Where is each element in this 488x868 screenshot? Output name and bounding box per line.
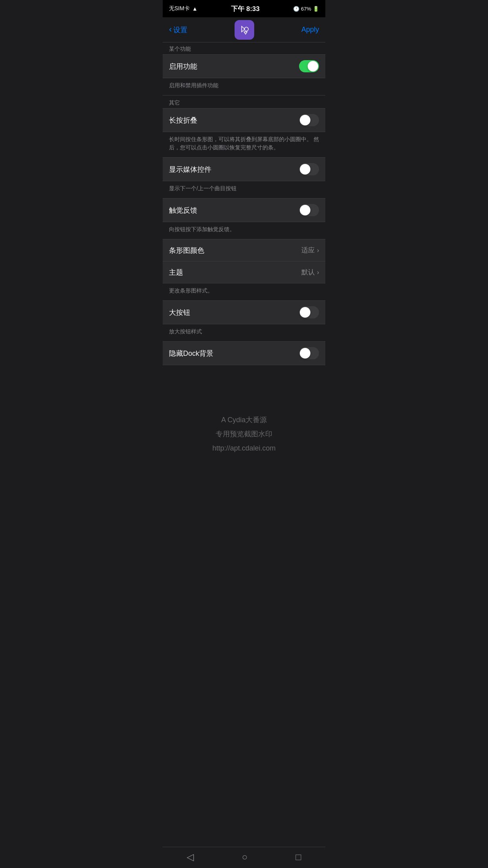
haptic-feedback-row: 触觉反馈 <box>163 199 325 222</box>
status-bar: 无SIM卡 ▲ 下午 8:33 🕐 67% 🔋 <box>163 0 325 17</box>
app-icon <box>235 20 254 40</box>
enable-feature-desc-text: 启用和禁用插件功能 <box>169 82 218 88</box>
show-media-controls-description: 显示下一个/上一个曲目按钮 <box>163 181 325 199</box>
hide-dock-bg-toggle[interactable] <box>299 347 319 359</box>
bar-color-label: 条形图颜色 <box>169 246 204 255</box>
long-press-fold-toggle[interactable] <box>299 114 319 126</box>
svg-marker-2 <box>244 32 247 34</box>
enable-feature-row: 启用功能 <box>163 55 325 78</box>
long-press-fold-label: 长按折叠 <box>169 116 197 125</box>
section-other: 其它 <box>163 96 325 108</box>
wifi-icon: ▲ <box>192 6 198 12</box>
theme-chevron-icon: › <box>317 269 319 276</box>
haptic-feedback-desc-text: 向按钮按下添加触觉反馈。 <box>169 226 235 232</box>
show-media-controls-row: 显示媒体控件 <box>163 158 325 181</box>
bar-color-row[interactable]: 条形图颜色 适应 › <box>163 239 325 261</box>
battery-icon: 🔋 <box>313 6 319 12</box>
large-button-label: 大按钮 <box>169 308 190 317</box>
carrier-text: 无SIM卡 <box>169 5 190 12</box>
nav-bar: ‹ 设置 Apply <box>163 17 325 42</box>
theme-value: 默认 › <box>301 268 319 277</box>
hide-dock-bg-knob <box>300 348 310 359</box>
back-label: 设置 <box>173 25 187 35</box>
theme-description: 更改条形图样式。 <box>163 283 325 301</box>
battery-percent: 67% <box>301 6 311 12</box>
haptic-feedback-description: 向按钮按下添加触觉反馈。 <box>163 222 325 239</box>
bar-color-current: 适应 <box>301 246 315 255</box>
long-press-fold-description: 长时间按住条形图，可以将其折叠到屏幕底部的小圆圈中。 然后，您可以点击小圆圈以恢… <box>163 132 325 158</box>
clock-icon: 🕐 <box>293 6 299 12</box>
status-right: 🕐 67% 🔋 <box>293 6 319 12</box>
theme-label: 主题 <box>169 268 183 277</box>
theme-current: 默认 <box>301 268 315 277</box>
haptic-feedback-label: 触觉反馈 <box>169 206 197 215</box>
long-press-fold-row: 长按折叠 <box>163 108 325 132</box>
hide-dock-bg-label: 隐藏Dock背景 <box>169 349 213 358</box>
bar-color-value: 适应 › <box>301 246 319 255</box>
large-button-desc-text: 放大按钮样式 <box>169 328 202 335</box>
enable-feature-label: 启用功能 <box>169 62 197 71</box>
enable-feature-description: 启用和禁用插件功能 <box>163 78 325 96</box>
large-button-knob <box>300 307 310 318</box>
haptic-feedback-toggle[interactable] <box>299 204 319 216</box>
haptic-feedback-knob <box>300 205 310 215</box>
section-other-text: 其它 <box>169 99 180 106</box>
hide-dock-bg-row: 隐藏Dock背景 <box>163 342 325 365</box>
show-media-controls-label: 显示媒体控件 <box>169 165 211 174</box>
settings-container: 启用功能 启用和禁用插件功能 其它 长按折叠 长时间按住条形图，可以将其折叠到屏… <box>163 55 325 365</box>
show-media-controls-desc-text: 显示下一个/上一个曲目按钮 <box>169 185 237 191</box>
large-button-toggle[interactable] <box>299 306 319 318</box>
show-media-controls-toggle[interactable] <box>299 163 319 175</box>
long-press-fold-knob <box>300 115 310 125</box>
show-media-controls-knob <box>300 164 310 175</box>
theme-row[interactable]: 主题 默认 › <box>163 261 325 283</box>
back-chevron-icon: ‹ <box>169 24 172 35</box>
partial-section-text: 某个功能 <box>169 46 191 52</box>
back-button[interactable]: ‹ 设置 <box>169 25 187 35</box>
apply-button[interactable]: Apply <box>301 26 319 34</box>
long-press-fold-desc-text: 长时间按住条形图，可以将其折叠到屏幕底部的小圆圈中。 然后，您可以点击小圆圈以恢… <box>169 136 319 151</box>
large-button-description: 放大按钮样式 <box>163 324 325 342</box>
enable-feature-toggle[interactable] <box>299 60 319 72</box>
partial-section-header: 某个功能 <box>163 42 325 55</box>
status-time: 下午 8:33 <box>231 4 260 13</box>
large-button-row: 大按钮 <box>163 301 325 324</box>
status-left: 无SIM卡 ▲ <box>169 5 198 12</box>
theme-desc-text: 更改条形图样式。 <box>169 287 213 294</box>
bar-color-chevron-icon: › <box>317 247 319 254</box>
app-logo-svg <box>238 24 250 36</box>
enable-feature-toggle-knob <box>308 61 318 72</box>
